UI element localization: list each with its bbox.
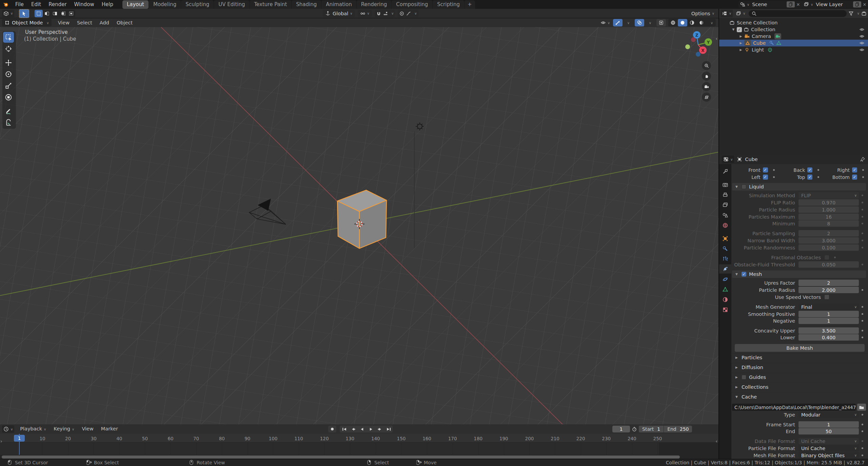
axis-z-label[interactable]: Z [695, 33, 698, 38]
current-frame-badge[interactable]: 1 [14, 435, 25, 442]
outliner-label[interactable]: Light [752, 47, 764, 53]
magnet-icon[interactable] [376, 11, 381, 16]
select-mode-extend[interactable] [43, 10, 51, 17]
shading-dropdown[interactable]: ∨ [706, 19, 716, 26]
workspace-tab-animation[interactable]: Animation [321, 0, 356, 9]
frame-end-field[interactable]: End 250 [664, 426, 692, 432]
workspace-tab-layout[interactable]: Layout [122, 0, 149, 9]
timeline-collapse-chevron[interactable]: ‹ [715, 439, 717, 444]
camera-object[interactable] [249, 199, 286, 224]
properties-tab-tool[interactable] [719, 167, 731, 176]
expand-arrow-icon[interactable]: ▼ [735, 185, 739, 188]
outliner-label[interactable]: Scene Collection [737, 20, 778, 25]
collection-checkbox[interactable]: ✓ [737, 27, 742, 32]
light-object[interactable] [416, 122, 424, 130]
zoom-button[interactable] [702, 61, 711, 70]
section-checkbox[interactable] [742, 184, 746, 189]
disclosure-closed-icon[interactable]: ▶ [737, 48, 744, 52]
menu-window[interactable]: Window [71, 0, 98, 9]
tool-annotate-button[interactable] [3, 106, 14, 117]
section-liquid[interactable]: ▼Liquid [732, 183, 866, 190]
axis-neg-z-handle[interactable] [696, 52, 701, 57]
timeline-menu-keying[interactable]: Keying∨ [50, 424, 78, 434]
workspace-tab-shading[interactable]: Shading [292, 0, 321, 9]
concavity-upper-field[interactable]: 3.500 [798, 327, 859, 334]
tool-measure-button[interactable] [3, 117, 14, 128]
use-speed-vectors-checkbox[interactable] [824, 295, 829, 300]
outliner-label[interactable]: Camera [752, 34, 771, 39]
outliner-row-collection[interactable]: ▼✓Collection [719, 26, 868, 33]
new-scene-button[interactable] [787, 1, 795, 7]
particle-radius-field[interactable]: 2.000 [798, 287, 859, 293]
scene-selector[interactable]: ∨ Scene ✕ [738, 1, 802, 8]
menu-file[interactable]: File [12, 0, 27, 9]
jump-to-start-button[interactable] [340, 426, 349, 432]
menu-help[interactable]: Help [98, 0, 117, 9]
top-checkbox[interactable]: ✓ [807, 175, 812, 180]
workspace-tab-modeling[interactable]: Modeling [149, 0, 181, 9]
outliner-row-scene-collection[interactable]: Scene Collection [719, 19, 868, 26]
bake-mesh-button[interactable]: Bake Mesh [735, 344, 865, 352]
previous-keyframe-button[interactable] [349, 426, 357, 432]
viewport-menu-view[interactable]: View [54, 18, 73, 27]
simulation-method-dropdown[interactable]: FLIP∨ [798, 192, 859, 199]
properties-tab-particles[interactable] [719, 254, 731, 263]
axis-neg-y-handle[interactable] [691, 37, 696, 42]
timeline-menu-playback[interactable]: Playback∨ [16, 424, 50, 434]
fractional-obstacles-checkbox[interactable] [824, 255, 829, 260]
scrollbar-thumb[interactable] [2, 455, 680, 459]
timeline-menu-marker[interactable]: Marker [97, 424, 122, 434]
hide-eye-icon[interactable] [859, 27, 865, 32]
section-particles[interactable]: ▶Particles [731, 353, 868, 362]
axis-x-label[interactable]: X [701, 48, 705, 53]
flip-ratio-field[interactable]: 0.970 [798, 199, 859, 206]
proportional-editing-icon[interactable] [399, 11, 405, 16]
cube-object[interactable] [337, 190, 387, 248]
properties-tab-object[interactable] [719, 234, 731, 243]
negative-field[interactable]: 1 [798, 318, 859, 324]
mode-dropdown[interactable]: Object Mode ∨ [2, 19, 52, 26]
outliner-row-camera[interactable]: ▶Camera [719, 33, 868, 40]
smoothing-positive-field[interactable]: 1 [798, 311, 859, 317]
select-mode-intersect[interactable] [67, 10, 75, 17]
properties-editor-selector[interactable]: ∨ [722, 156, 734, 163]
back-checkbox[interactable]: ✓ [807, 167, 812, 173]
section-diffusion[interactable]: ▶Diffusion [731, 363, 868, 371]
hide-eye-icon[interactable] [859, 47, 865, 53]
pivot-point-dropdown[interactable]: ∨ [358, 10, 372, 17]
add-workspace-button[interactable]: + [465, 0, 475, 9]
filter-funnel-icon[interactable] [848, 11, 854, 16]
viewport-menu-object[interactable]: Object [113, 18, 136, 27]
disclosure-closed-icon[interactable]: ▶ [737, 41, 744, 45]
mesh-file-format-dropdown[interactable]: Binary Object files∨ [798, 452, 859, 459]
particle-radius-field[interactable]: 1.000 [798, 206, 859, 213]
menu-edit[interactable]: Edit [27, 0, 45, 9]
obstacle-fluid-threshold-field[interactable]: 0.050 [798, 261, 859, 268]
shading-solid-button[interactable] [678, 19, 687, 26]
timeline-scrollbar[interactable] [0, 455, 718, 459]
particles-maximum-field[interactable]: 16 [798, 214, 859, 220]
minimum-field[interactable]: 8 [798, 220, 859, 227]
properties-tab-texture[interactable] [719, 305, 731, 314]
tool-cursor-button[interactable] [3, 43, 14, 54]
tool-transform-button[interactable] [3, 92, 14, 103]
end-field[interactable]: 50 [798, 428, 859, 434]
timeline-tracks[interactable] [0, 442, 718, 455]
pan-button[interactable] [702, 72, 711, 81]
current-frame-field[interactable]: 1 [612, 426, 630, 432]
blender-logo-icon[interactable] [0, 2, 12, 7]
upres-factor-field[interactable]: 2 [798, 280, 859, 286]
properties-tab-object-data[interactable] [719, 285, 731, 294]
collapse-arrow-icon[interactable]: ▶ [735, 385, 739, 389]
section-checkbox[interactable] [742, 375, 746, 380]
outliner-editor-selector[interactable]: ∨ [721, 10, 733, 17]
viewport-menu-add[interactable]: Add [96, 18, 113, 27]
viewport-menu-select[interactable]: Select [73, 18, 96, 27]
data-file-format-dropdown[interactable]: Uni Cache∨ [798, 438, 859, 444]
hide-eye-icon[interactable] [859, 40, 865, 46]
workspace-tab-uv-editing[interactable]: UV Editing [214, 0, 249, 9]
hide-eye-icon[interactable] [859, 34, 865, 39]
cache-path-input[interactable]: C:\Users\Damon\AppData\Local\Temp\blende… [732, 404, 856, 411]
tool-move-button[interactable] [3, 57, 14, 68]
workspace-tab-sculpting[interactable]: Sculpting [181, 0, 214, 9]
